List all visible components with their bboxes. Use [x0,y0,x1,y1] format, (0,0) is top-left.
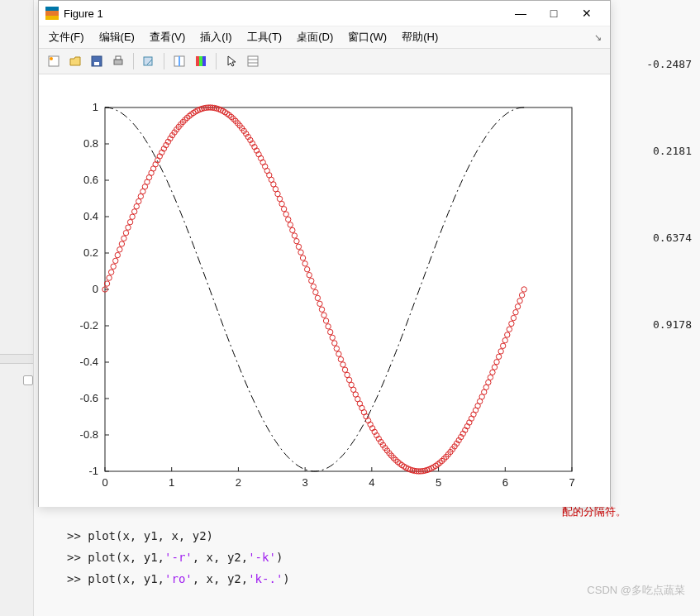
window-title: Figure 1 [64,7,504,20]
svg-text:1: 1 [93,101,98,113]
menu-help[interactable]: 帮助(H) [395,28,445,46]
pointer-button[interactable] [221,51,241,71]
svg-text:0.6: 0.6 [83,174,98,186]
svg-rect-8 [179,56,180,66]
command-line: >> plot(x, y1,'ro', x, y2,'k-.') [67,572,290,585]
watermark: CSDN @多吃点蔬菜 [587,583,685,598]
svg-rect-9 [196,56,199,66]
minimize-button[interactable]: — [504,2,537,25]
menu-bar: 文件(F) 编辑(E) 查看(V) 插入(I) 工具(T) 桌面(D) 窗口(W… [39,26,610,49]
toolbar-separator [133,53,134,69]
background-data-column: -0.2487 0.2181 0.6374 0.9178 [646,58,692,405]
svg-text:3: 3 [302,476,308,489]
svg-rect-5 [116,56,121,60]
menu-view[interactable]: 查看(V) [143,28,192,46]
bg-value: 0.6374 [646,232,692,244]
link-button[interactable] [139,51,159,71]
left-panel [0,0,34,616]
svg-rect-3 [94,62,99,65]
svg-rect-12 [248,56,258,66]
new-figure-button[interactable] [44,51,64,71]
svg-text:0: 0 [93,283,98,295]
panel-splitter[interactable] [0,354,33,364]
axes: 01234567-1-0.8-0.6-0.4-0.200.20.40.60.81 [39,74,610,507]
menu-tools[interactable]: 工具(T) [240,28,289,46]
svg-text:-1: -1 [88,465,98,477]
svg-rect-15 [105,107,572,471]
maximize-button[interactable]: □ [537,2,570,25]
svg-text:5: 5 [436,476,441,489]
menu-edit[interactable]: 编辑(E) [93,28,141,46]
svg-text:-0.8: -0.8 [80,428,98,441]
menu-overflow-icon[interactable]: ↘ [594,32,607,43]
toolbar-separator [216,53,217,69]
title-bar[interactable]: Figure 1 — □ ✕ [39,1,610,26]
svg-text:4: 4 [369,476,374,489]
bg-value: 0.2181 [646,145,692,157]
command-line: >> plot(x, y1, x, y2) [67,529,290,542]
figure-window: Figure 1 — □ ✕ 文件(F) 编辑(E) 查看(V) 插入(I) 工… [38,0,611,507]
command-line: >> plot(x, y1,'-r', x, y2,'-k') [67,551,290,564]
svg-text:-0.4: -0.4 [80,356,98,368]
print-button[interactable] [108,51,128,71]
svg-text:7: 7 [569,476,574,489]
save-button[interactable] [87,51,107,71]
svg-text:1: 1 [169,476,174,489]
command-window[interactable]: >> plot(x, y1, x, y2) >> plot(x, y1,'-r'… [67,529,290,594]
svg-text:0.4: 0.4 [83,210,98,222]
bg-value: -0.2487 [646,58,692,70]
svg-text:-0.6: -0.6 [80,392,98,404]
svg-rect-4 [114,60,122,64]
menu-desktop[interactable]: 桌面(D) [290,28,340,46]
bg-value: 0.9178 [646,318,692,331]
open-button[interactable] [65,51,85,71]
toolbar [39,49,610,74]
svg-text:0: 0 [102,476,107,489]
close-button[interactable]: ✕ [570,2,603,25]
properties-button[interactable] [243,51,263,71]
svg-text:-0.2: -0.2 [80,319,98,332]
plot-area[interactable]: 01234567-1-0.8-0.6-0.4-0.200.20.40.60.81 [39,74,610,507]
svg-rect-11 [202,56,206,66]
matlab-icon [45,7,59,20]
svg-text:0.8: 0.8 [83,137,98,150]
colorbar-button[interactable] [191,51,211,71]
svg-rect-10 [199,56,202,66]
svg-text:0.2: 0.2 [83,246,98,259]
menu-file[interactable]: 文件(F) [42,28,91,46]
svg-point-1 [50,57,53,60]
menu-window[interactable]: 窗口(W) [341,28,393,46]
data-cursor-button[interactable] [169,51,189,71]
panel-knob[interactable] [23,375,33,385]
svg-text:6: 6 [502,476,508,489]
toolbar-separator [164,53,164,69]
svg-text:2: 2 [236,476,241,489]
menu-insert[interactable]: 插入(I) [193,28,238,46]
